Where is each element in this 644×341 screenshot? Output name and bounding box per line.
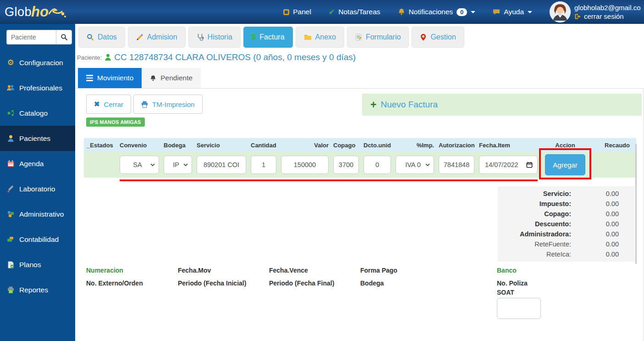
app-logo: Globho [0, 4, 75, 20]
sidebar-item-contabilidad[interactable]: Contabilidad [0, 227, 75, 252]
search-icon [61, 34, 68, 41]
ips-badge: IPS MANOS AMIGAS [86, 117, 145, 127]
bodega-form-label: Bodega [360, 279, 495, 288]
banco-label: Banco [497, 266, 632, 275]
total-label: Impuesto: [498, 200, 571, 207]
grid-header-cell: Servicio [197, 142, 246, 149]
totals-panel: Servicio:0.00 Impuesto:0.00 Copago:0.00 … [498, 186, 635, 262]
numeracion-label: Numeracion [86, 266, 176, 275]
convenio-value: SA [125, 161, 150, 168]
sidebar-item-pacientes[interactable]: Pacientes [0, 126, 75, 151]
sidebar-item-label: Administrativo [19, 210, 64, 218]
sidebar-item-label: Profesionales [19, 84, 62, 92]
total-value: 0.00 [571, 251, 635, 258]
tab-label: Admision [147, 33, 177, 41]
patient-tabs: Datos Admision Historia $ Factura Anexo … [78, 27, 464, 48]
fecha-item-value: 14/07/2022 [485, 161, 518, 168]
total-row: Administradora:0.00 [498, 229, 635, 239]
grid-header-cell: Valor [281, 142, 329, 149]
avatar[interactable] [550, 1, 571, 22]
tab-label: Datos [98, 33, 117, 41]
total-label: Copago: [498, 210, 571, 218]
autorizacion-input[interactable]: 7841848 [439, 156, 474, 174]
total-value: 0.00 [571, 210, 635, 218]
sidebar-item-laboratorio[interactable]: Laboratorio [0, 176, 75, 201]
bell-icon [398, 8, 405, 16]
tab-anexo[interactable]: Anexo [296, 27, 344, 48]
stethoscope-icon [197, 34, 204, 41]
vertical-scrollbar[interactable] [635, 144, 637, 264]
servicio-input[interactable]: 890201 COI [197, 156, 246, 174]
sidebar-item-label: Pacientes [19, 134, 50, 143]
grid-header-cell: Fecha.Item [479, 142, 538, 149]
tab-historia[interactable]: Historia [188, 27, 241, 48]
tab-label: Factura [259, 33, 284, 41]
pencil-icon [136, 34, 143, 41]
sidebar-item-agenda[interactable]: Agenda [0, 151, 75, 176]
notificaciones-label: Notificaciones [409, 8, 453, 16]
dcto-unid-input[interactable]: 0 [363, 156, 391, 174]
tm-impresion-button[interactable]: TM-Impresion [133, 95, 203, 114]
notas-tareas-nav-item[interactable]: ✔ Notas/Tareas [329, 8, 380, 17]
notificaciones-nav-item[interactable]: Notificaciones 0 [398, 8, 476, 16]
grid-header-cell: Autorizacion [439, 142, 474, 149]
cantidad-input[interactable]: 1 [251, 156, 276, 174]
bodega-select[interactable]: IP [164, 156, 192, 174]
plus-icon: + [370, 100, 376, 110]
sidebar-item-reportes[interactable]: Reportes [0, 277, 75, 302]
logout-icon [574, 13, 581, 20]
chevron-down-icon [183, 163, 188, 166]
sidebar-item-catalogo[interactable]: Catalogo [0, 101, 75, 126]
impuesto-select[interactable]: IVA 0 [396, 156, 434, 174]
subtab-pendiente[interactable]: Pendiente [142, 68, 201, 88]
sidebar-item-planos[interactable]: Planos [0, 252, 75, 277]
subtab-movimiento[interactable]: Movimiento [78, 68, 142, 88]
topnav: Panel ✔ Notas/Tareas Notificaciones 0 Ay… [283, 1, 644, 22]
ayuda-nav-item[interactable]: Ayuda [493, 8, 532, 16]
tab-gestion[interactable]: Gestion [412, 27, 464, 48]
fecha-item-date-input[interactable]: 14/07/2022 [479, 156, 538, 174]
total-row: ReteIca:0.00 [498, 249, 635, 259]
copago-input[interactable]: 3700 [333, 156, 359, 174]
search-input[interactable] [6, 30, 56, 45]
patient-label: Paciente: [77, 54, 102, 61]
no-poliza-soat-input[interactable] [497, 298, 541, 319]
sidebar-item-profesionales[interactable]: Profesionales [0, 75, 75, 101]
agregar-button[interactable]: Agregar [545, 154, 585, 175]
valor-input[interactable]: 150000 [281, 156, 329, 174]
dollar-icon: $ [252, 33, 256, 42]
tab-formulario[interactable]: Formulario [347, 27, 409, 48]
menu-bars-icon [86, 75, 93, 81]
user-email: globholab2@gmail.co [574, 4, 644, 11]
printer-icon [141, 101, 148, 108]
blocks-icon [6, 211, 15, 218]
panel-nav-item[interactable]: Panel [283, 8, 311, 16]
grid-header-cell: Bodega [164, 142, 192, 149]
sidebar-item-configuracion[interactable]: ⚙ Configuracion [0, 50, 75, 75]
tab-admision[interactable]: Admision [128, 27, 186, 48]
total-row: Impuesto:0.00 [498, 199, 635, 209]
cerrar-button[interactable]: ✖ Cerrar [86, 95, 131, 114]
patient-info: CC 128748734 CLARA OLIVEROS (0 años, 0 m… [114, 52, 356, 62]
fecha-vence-label: Fecha.Vence [269, 266, 358, 275]
nuevo-factura-bar[interactable]: + Nuevo Factura [362, 94, 642, 116]
sidebar-item-administrativo[interactable]: Administrativo [0, 201, 75, 227]
convenio-select[interactable]: SA [120, 156, 159, 174]
subtab-label: Movimiento [97, 74, 133, 82]
tab-label: Formulario [366, 33, 401, 41]
tab-datos[interactable]: Datos [78, 27, 125, 48]
sidebar-item-label: Planos [19, 261, 41, 269]
patient-header: Paciente: CC 128748734 CLARA OLIVEROS (0… [77, 52, 356, 62]
sidebar-menu: ⚙ Configuracion Profesionales Catalogo [0, 50, 75, 302]
tab-factura[interactable]: $ Factura [243, 27, 293, 48]
panel-label: Panel [293, 8, 311, 16]
calendar-icon [6, 160, 15, 167]
dcto-unid-value: 0 [375, 161, 379, 168]
calendar-icon [526, 162, 533, 168]
patient-person-icon [105, 54, 111, 61]
logout-link[interactable]: cerrar sesión [574, 12, 644, 20]
grid-header-cell: Recaudo [593, 142, 633, 149]
servicio-value: 890201 COI [204, 161, 239, 168]
lab-tool-icon [6, 185, 15, 193]
search-button[interactable] [56, 30, 72, 45]
